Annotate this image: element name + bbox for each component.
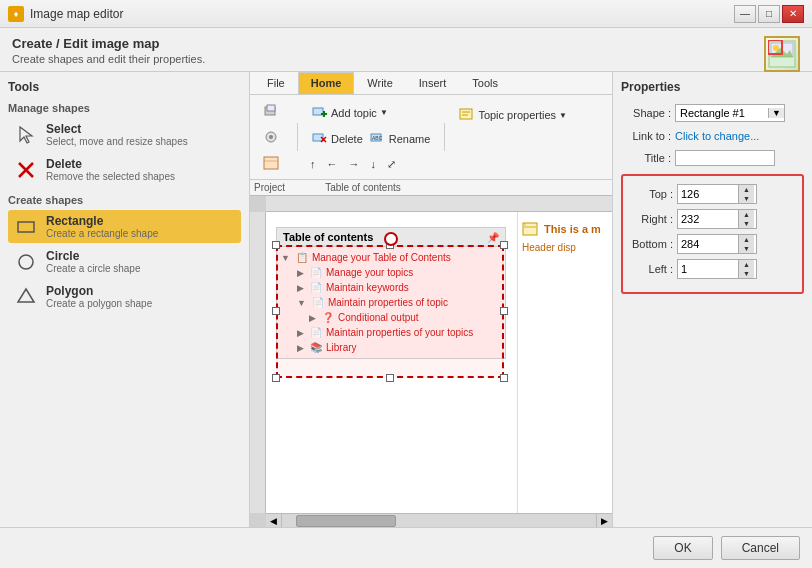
right-input[interactable]	[678, 212, 738, 226]
tool-select[interactable]: Select Select, move and resize shapes	[8, 118, 241, 151]
window-title: Image map editor	[30, 7, 123, 21]
add-topic-label: Add topic	[331, 107, 377, 119]
left-panel: Tools Manage shapes Select Select, move …	[0, 72, 250, 527]
nav-up-button[interactable]: ↑	[305, 155, 321, 173]
svg-point-8	[269, 135, 273, 139]
link-value[interactable]: Click to change...	[675, 130, 804, 142]
properties-title: Properties	[621, 80, 804, 94]
nav-right-button[interactable]: →	[344, 155, 365, 173]
svg-rect-6	[267, 105, 275, 111]
select-icon	[14, 123, 38, 147]
nav-left-button[interactable]: ←	[322, 155, 343, 173]
top-spin-up[interactable]: ▲	[738, 185, 754, 194]
tree-item-1: ▶ 📄 Manage your topics	[277, 265, 505, 280]
rectangle-desc: Create a rectangle shape	[46, 228, 158, 239]
properties-panel: Properties Shape : Rectangle #1 ▼ Link t…	[612, 72, 812, 527]
ribbon-divider1	[297, 123, 298, 151]
tab-insert[interactable]: Insert	[406, 72, 460, 94]
delete-icon	[14, 158, 38, 182]
tab-home[interactable]: Home	[298, 72, 355, 94]
add-topic-arrow: ▼	[380, 108, 388, 117]
right-spin-down[interactable]: ▼	[738, 219, 754, 228]
ribbon-tabs: File Home Write Insert Tools	[250, 72, 612, 95]
circle-desc: Create a circle shape	[46, 263, 141, 274]
title-input[interactable]	[675, 150, 775, 166]
add-topic-button[interactable]: Add topic ▼	[305, 101, 437, 125]
canvas-main[interactable]: Table of contents 📌 ▼ 📋 Manage you	[266, 212, 612, 513]
rectangle-icon	[14, 215, 38, 239]
main-area: Create / Edit image map Create shapes an…	[0, 28, 812, 568]
nav-expand-button[interactable]: ⤢	[382, 155, 401, 174]
top-input[interactable]	[678, 187, 738, 201]
tab-write[interactable]: Write	[354, 72, 405, 94]
shape-select[interactable]: Rectangle #1 ▼	[675, 104, 785, 122]
svg-rect-2	[18, 222, 34, 232]
left-spin-up[interactable]: ▲	[738, 260, 754, 269]
shape-dropdown-arrow[interactable]: ▼	[768, 108, 784, 118]
nav-down-button[interactable]: ↓	[366, 155, 382, 173]
svg-marker-4	[18, 289, 34, 302]
bottom-spin-down[interactable]: ▼	[738, 244, 754, 253]
tool-circle[interactable]: Circle Create a circle shape	[8, 245, 241, 278]
scroll-right-button[interactable]: ▶	[596, 514, 612, 527]
shape-label: Shape :	[621, 107, 671, 119]
right-spin-up[interactable]: ▲	[738, 210, 754, 219]
shape-row: Shape : Rectangle #1 ▼	[621, 104, 804, 122]
minimize-button[interactable]: —	[734, 5, 756, 23]
preview-header-text: This is a m	[544, 223, 601, 235]
topic-properties-label: Topic properties	[478, 109, 556, 121]
ribbon: File Home Write Insert Tools	[250, 72, 612, 196]
right-spinner: ▲ ▼	[738, 210, 754, 228]
ok-button[interactable]: OK	[653, 536, 712, 560]
ribbon-divider2	[444, 123, 445, 151]
topic-properties-button[interactable]: Topic properties ▼	[452, 103, 574, 127]
left-input[interactable]	[678, 262, 738, 276]
tools-title: Tools	[8, 80, 241, 94]
bottom-input[interactable]	[678, 237, 738, 251]
title-label: Title :	[621, 152, 671, 164]
bottom-spin-up[interactable]: ▲	[738, 235, 754, 244]
middle-panel: File Home Write Insert Tools	[250, 72, 612, 527]
link-label: Link to :	[621, 130, 671, 142]
rename-label: Rename	[389, 133, 431, 145]
select-label: Select	[46, 122, 188, 136]
tree-item-3: ▼ 📄 Maintain properties of topic	[277, 295, 505, 310]
tree-label-6: Library	[326, 342, 357, 353]
top-input-wrap: ▲ ▼	[677, 184, 757, 204]
tree-item-4: ▶ ❓ Conditional output	[277, 310, 505, 325]
tab-tools[interactable]: Tools	[459, 72, 511, 94]
tab-file[interactable]: File	[254, 72, 298, 94]
delete-button[interactable]: Delete ABC Rename	[305, 127, 437, 151]
close-button[interactable]: ✕	[782, 5, 804, 23]
tool-polygon[interactable]: Polygon Create a polygon shape	[8, 280, 241, 313]
image-area: Table of contents 📌 ▼ 📋 Manage you	[250, 196, 612, 513]
horizontal-scrollbar[interactable]: ◀ ▶	[266, 513, 612, 527]
header-subtitle: Create shapes and edit their properties.	[12, 53, 800, 65]
scroll-left-button[interactable]: ◀	[266, 514, 282, 527]
shape-value: Rectangle #1	[676, 105, 768, 121]
polygon-icon	[14, 285, 38, 309]
footer: OK Cancel	[0, 527, 812, 568]
project-label: Project	[254, 182, 285, 193]
section-manage-shapes: Manage shapes	[8, 102, 241, 114]
polygon-desc: Create a polygon shape	[46, 298, 152, 309]
app-icon: ♦	[8, 6, 24, 22]
cancel-button[interactable]: Cancel	[721, 536, 800, 560]
bottom-spinner: ▲ ▼	[738, 235, 754, 253]
topic-panel-title: Table of contents	[283, 231, 373, 243]
ribbon-project-icon2[interactable]	[256, 125, 286, 149]
top-spin-down[interactable]: ▼	[738, 194, 754, 203]
tree-item-2: ▶ 📄 Maintain keywords	[277, 280, 505, 295]
tool-rectangle[interactable]: Rectangle Create a rectangle shape	[8, 210, 241, 243]
coord-box: Top : ▲ ▼ Right : ▲	[621, 174, 804, 294]
ribbon-project-icon3[interactable]	[256, 151, 286, 175]
preview-right-area: ≡ This is a m Header disp	[517, 212, 612, 513]
handle-bl	[272, 374, 280, 382]
tree-label-5: Maintain properties of your topics	[326, 327, 473, 338]
maximize-button[interactable]: □	[758, 5, 780, 23]
ribbon-project-icon1[interactable]	[256, 99, 286, 123]
left-spin-down[interactable]: ▼	[738, 269, 754, 278]
title-bar-controls: — □ ✕	[734, 5, 804, 23]
tool-delete[interactable]: Delete Remove the selected shapes	[8, 153, 241, 186]
scrollbar-thumb[interactable]	[296, 515, 396, 527]
